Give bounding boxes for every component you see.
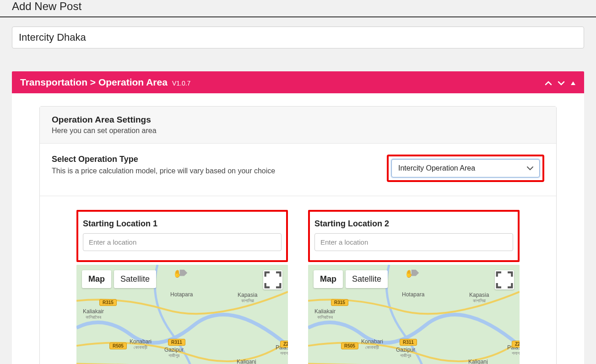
road-r315: R315 <box>331 299 348 306</box>
road-r311: R311 <box>168 339 185 346</box>
road-z20: Z20 <box>512 341 520 348</box>
road-r315: R315 <box>99 299 117 306</box>
road-z20: Z20 <box>280 341 288 348</box>
location-2-map[interactable]: Map Satellite ✋ Hotapara Kapasiaক <box>308 265 520 364</box>
settings-title: Operation Area Settings <box>52 115 544 125</box>
operation-type-desc: This is a price calculation model, price… <box>52 167 275 175</box>
map-place-kapasia: Kapasiaকাপাসিয়া <box>469 292 489 303</box>
fullscreen-button[interactable] <box>495 270 514 289</box>
map-place-gazipur: Gazipurগাজীপুর <box>164 347 184 358</box>
settings-card-head: Operation Area Settings Here you can set… <box>40 107 556 144</box>
location-1-highlight: Starting Location 1 <box>76 210 288 262</box>
satellite-view-button[interactable]: Satellite <box>346 270 388 288</box>
post-title-input[interactable] <box>12 27 584 48</box>
panel-version: V1.0.7 <box>172 80 190 87</box>
map-place-kaliganj: Kaliganjকালীগঞ্জ <box>468 359 488 364</box>
panel-title-text: Transportation > Operation Area <box>20 77 168 88</box>
map-place-kapasia: Kapasiaকাপাসিয়া <box>238 292 257 303</box>
locations-row: Starting Location 1 Map <box>40 196 556 364</box>
location-2-input[interactable] <box>314 233 513 251</box>
map-place-hotapara: Hotapara <box>402 292 424 298</box>
operation-type-selected: Intercity Operation Area <box>398 164 475 172</box>
svg-marker-0 <box>571 81 575 85</box>
settings-card: Operation Area Settings Here you can set… <box>39 106 557 364</box>
panel-collapse-icon[interactable] <box>570 80 576 87</box>
road-r311: R311 <box>400 339 417 346</box>
operation-area-panel: Transportation > Operation Area V1.0.7 O… <box>12 71 584 364</box>
operation-type-highlight: Intercity Operation Area <box>387 155 544 182</box>
panel-header: Transportation > Operation Area V1.0.7 <box>12 71 584 93</box>
map-place-kaliganj: Kaliganjকালীগঞ্জ <box>237 359 256 364</box>
settings-subtitle: Here you can set operation area <box>52 127 544 135</box>
location-1-map[interactable]: Map Satellite ✋ Hotapara <box>76 265 288 364</box>
satellite-view-button[interactable]: Satellite <box>114 270 156 288</box>
page-title: Add New Post <box>0 0 596 17</box>
fullscreen-button[interactable] <box>263 270 282 289</box>
map-place-gazipur: Gazipurগাজীপুর <box>396 347 415 358</box>
panel-move-down-icon[interactable] <box>558 80 565 87</box>
operation-type-title: Select Operation Type <box>52 155 275 164</box>
tag-icon[interactable] <box>416 268 426 278</box>
location-1-title: Starting Location 1 <box>83 219 282 229</box>
map-place-kaliakair: Kaliakairকালিয়াকৈর <box>314 309 336 320</box>
map-view-button[interactable]: Map <box>82 270 111 288</box>
tag-icon[interactable] <box>184 268 195 278</box>
operation-type-row: Select Operation Type This is a price ca… <box>40 144 556 196</box>
location-1-input[interactable] <box>83 233 282 251</box>
road-r505: R505 <box>341 343 358 349</box>
starting-location-1: Starting Location 1 Map <box>76 210 288 364</box>
road-r505: R505 <box>109 343 127 349</box>
map-view-button[interactable]: Map <box>314 270 343 288</box>
location-2-title: Starting Location 2 <box>314 219 513 229</box>
chevron-down-icon <box>527 164 533 172</box>
panel-move-up-icon[interactable] <box>545 80 552 87</box>
starting-location-2: Starting Location 2 Map Satellite <box>308 210 520 364</box>
location-2-highlight: Starting Location 2 <box>308 210 520 262</box>
map-place-konabari: Konabariকোনাবাড়ী <box>130 339 152 350</box>
map-place-konabari: Konabariকোনাবাড়ী <box>361 339 383 350</box>
map-place-kaliakair: Kaliakairকালিয়াকৈর <box>83 309 104 320</box>
map-place-hotapara: Hotapara <box>170 292 193 298</box>
operation-type-select[interactable]: Intercity Operation Area <box>391 159 540 177</box>
